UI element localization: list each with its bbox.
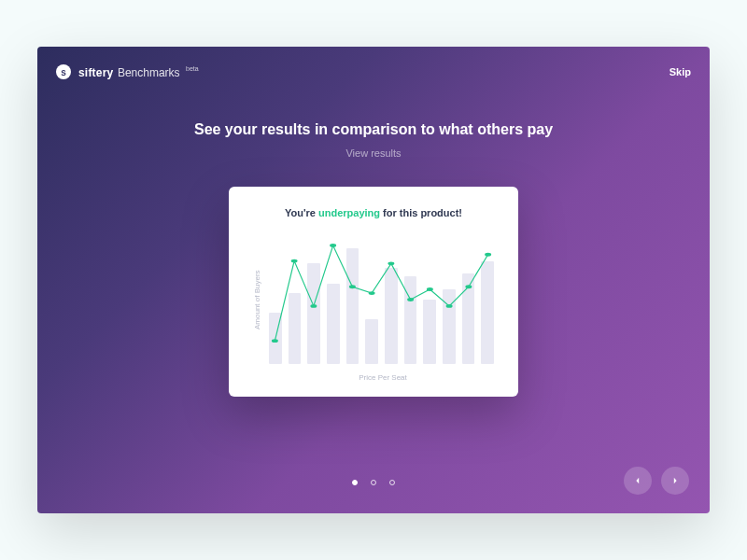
pagination-dots xyxy=(352,480,395,485)
header: s siftery Benchmarks beta Skip xyxy=(56,63,691,80)
chevron-left-icon xyxy=(634,477,641,484)
brand-section: Benchmarks xyxy=(118,66,180,79)
card-title-suffix: for this product! xyxy=(380,207,462,218)
pagination-dot[interactable] xyxy=(352,480,358,485)
svg-point-8 xyxy=(427,287,433,291)
card-title: You're underpaying for this product! xyxy=(249,207,498,218)
onboarding-panel: s siftery Benchmarks beta Skip See your … xyxy=(37,47,710,513)
svg-point-0 xyxy=(272,339,278,343)
card-title-prefix: You're xyxy=(285,207,318,218)
brand-badge-icon: s xyxy=(56,64,71,79)
chevron-right-icon xyxy=(671,477,679,484)
svg-point-1 xyxy=(291,259,298,263)
chart-xlabel: Price Per Seat xyxy=(268,373,498,382)
svg-point-3 xyxy=(330,244,336,247)
pagination-dot[interactable] xyxy=(389,480,395,485)
brand-badge-letter: s xyxy=(61,67,66,77)
skip-button[interactable]: Skip xyxy=(669,66,691,77)
hero: See your results in comparison to what o… xyxy=(37,121,710,159)
results-card: You're underpaying for this product! Amo… xyxy=(229,187,518,397)
card-title-highlight: underpaying xyxy=(318,207,380,218)
svg-point-4 xyxy=(349,285,356,288)
chart: Amount of Buyers xyxy=(249,235,498,364)
hero-subtitle: View results xyxy=(37,147,710,159)
brand-text-wrap: siftery Benchmarks beta xyxy=(78,63,199,80)
next-button[interactable] xyxy=(661,467,689,495)
pagination-dot[interactable] xyxy=(371,480,376,485)
svg-point-2 xyxy=(310,304,317,308)
brand-name: siftery xyxy=(78,66,113,79)
brand: s siftery Benchmarks beta xyxy=(56,63,199,80)
svg-point-10 xyxy=(465,285,472,288)
svg-point-11 xyxy=(485,253,491,257)
chart-area xyxy=(265,235,498,364)
svg-point-7 xyxy=(407,298,414,301)
brand-beta-tag: beta xyxy=(186,65,199,72)
hero-title: See your results in comparison to what o… xyxy=(37,121,710,138)
chart-ylabel: Amount of Buyers xyxy=(249,235,265,364)
svg-point-9 xyxy=(446,304,453,308)
svg-point-6 xyxy=(388,261,394,265)
prev-button[interactable] xyxy=(624,467,652,495)
svg-point-5 xyxy=(369,291,375,295)
chart-line xyxy=(265,235,498,364)
nav-buttons xyxy=(624,467,689,495)
